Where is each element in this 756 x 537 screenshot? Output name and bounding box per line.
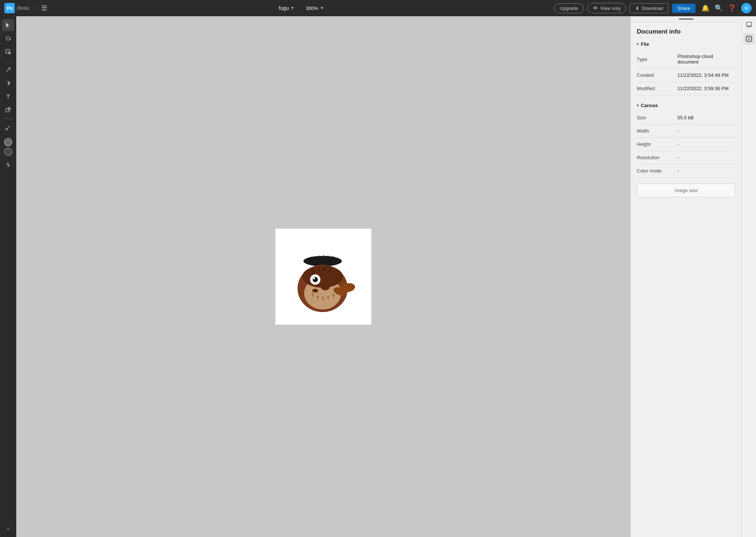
color-mode-value: - — [677, 168, 735, 174]
type-value: Photoshop cloud document — [677, 54, 735, 65]
brush-tool-icon — [5, 67, 11, 73]
panel-tabs — [631, 16, 741, 22]
modified-label: Modified — [637, 86, 677, 91]
notifications-icon[interactable]: 🔔 — [701, 4, 709, 12]
created-label: Created — [637, 72, 677, 78]
type-row: Type Photoshop cloud document — [637, 50, 735, 69]
svg-line-15 — [9, 126, 10, 127]
svg-point-41 — [313, 278, 315, 280]
canvas-section-chevron: ▾ — [637, 103, 639, 107]
resolution-value: - — [677, 155, 735, 160]
height-row: Height - — [637, 138, 735, 151]
doc-info-title: Document info — [637, 28, 735, 35]
color-mode-row: Color mode - — [637, 164, 735, 178]
svg-point-3 — [6, 37, 10, 40]
beta-label: (Beta) — [17, 6, 29, 11]
viewonly-button[interactable]: 👁 View only — [587, 3, 626, 13]
svg-point-49 — [749, 37, 749, 38]
svg-line-8 — [6, 69, 9, 72]
svg-point-9 — [9, 68, 10, 69]
eye-icon: 👁 — [593, 5, 598, 11]
tool-colors — [4, 138, 12, 156]
svg-point-43 — [312, 289, 318, 293]
canvas-section-header[interactable]: ▾ Canvas — [637, 103, 735, 108]
transform-tool-icon — [5, 49, 11, 55]
foreground-color[interactable] — [4, 138, 12, 146]
search-icon[interactable]: 🔍 — [715, 4, 723, 12]
tool-select[interactable] — [2, 19, 14, 31]
height-value: - — [677, 141, 735, 147]
comment-icon[interactable] — [743, 19, 755, 30]
size-value: 55.5 kB — [677, 115, 735, 120]
topbar: Ps (Beta) ☰ fugu 300% Upgrade 👁 View onl… — [0, 0, 756, 16]
select-tool-icon — [5, 22, 11, 28]
adjust-tool-icon — [5, 162, 11, 168]
svg-rect-45 — [746, 22, 752, 26]
created-value: 11/22/2022, 3:54:49 PM — [677, 72, 735, 78]
tool-adjust[interactable] — [2, 159, 14, 171]
created-row: Created 11/22/2022, 3:54:49 PM — [637, 69, 735, 82]
color-mode-label: Color mode — [637, 168, 677, 174]
width-label: Width — [637, 128, 677, 134]
svg-point-40 — [313, 277, 318, 282]
tool-transform[interactable] — [2, 46, 14, 58]
zoom-value: 300% — [306, 6, 318, 11]
tool-pen[interactable] — [2, 77, 14, 89]
svg-rect-11 — [6, 109, 9, 112]
tool-brush[interactable] — [2, 64, 14, 76]
topbar-divider — [34, 4, 35, 12]
pen-tool-icon — [5, 80, 11, 86]
avatar[interactable]: U — [741, 3, 752, 13]
tool-shape[interactable] — [2, 104, 14, 116]
file-section-chevron: ▾ — [637, 42, 639, 46]
width-value: - — [677, 128, 735, 134]
info-icon[interactable] — [743, 33, 755, 44]
filename-text: fugu — [279, 5, 289, 11]
download-icon: ⬇ — [635, 6, 639, 11]
svg-line-4 — [10, 38, 11, 40]
download-button[interactable]: ⬇ Download — [630, 3, 669, 13]
tool-separator-1 — [4, 61, 13, 61]
svg-marker-0 — [291, 7, 294, 9]
far-right-panel — [741, 16, 756, 537]
app-logo: Ps (Beta) — [4, 3, 29, 13]
main-layout: T « — [0, 16, 756, 537]
tool-lasso[interactable] — [2, 33, 14, 44]
filename-button[interactable]: fugu — [279, 5, 295, 11]
canvas-area — [16, 16, 630, 537]
svg-marker-10 — [7, 81, 10, 85]
upgrade-button[interactable]: Upgrade — [554, 3, 584, 13]
image-size-button[interactable]: Image size — [637, 184, 735, 197]
left-toolbar: T « — [0, 16, 16, 537]
background-color[interactable] — [4, 148, 12, 156]
width-row: Width - — [637, 124, 735, 138]
artwork-container — [275, 229, 371, 325]
doc-info-content: Document info ▾ File Type Photoshop clou… — [631, 22, 741, 537]
fugu-artwork — [283, 236, 364, 317]
file-section-label: File — [641, 41, 649, 47]
text-tool-icon: T — [7, 93, 10, 99]
resolution-row: Resolution - — [637, 151, 735, 164]
type-label: Type — [637, 57, 677, 62]
tab-indicator — [679, 18, 694, 20]
file-section-header[interactable]: ▾ File — [637, 41, 735, 47]
zoom-button[interactable]: 300% — [306, 6, 324, 11]
collapse-button[interactable]: « — [7, 526, 10, 534]
resolution-label: Resolution — [637, 155, 677, 160]
menu-icon[interactable]: ☰ — [40, 3, 49, 14]
help-icon[interactable]: ❓ — [728, 4, 736, 12]
document-info-panel: Document info ▾ File Type Photoshop clou… — [630, 16, 741, 537]
tool-eyedropper[interactable] — [2, 122, 14, 134]
eyedropper-tool-icon — [5, 125, 11, 131]
tool-separator-2 — [4, 119, 13, 119]
svg-point-14 — [6, 129, 7, 130]
height-label: Height — [637, 141, 677, 147]
tool-text[interactable]: T — [2, 90, 14, 102]
share-button[interactable]: Share — [672, 4, 695, 13]
filename-chevron-icon — [290, 6, 295, 10]
modified-value: 11/22/2022, 3:59:36 PM — [677, 86, 735, 91]
modified-row: Modified 11/22/2022, 3:59:36 PM — [637, 82, 735, 95]
size-row: Size 55.5 kB — [637, 111, 735, 124]
zoom-chevron-icon — [320, 6, 324, 10]
right-side: Document info ▾ File Type Photoshop clou… — [630, 16, 756, 537]
